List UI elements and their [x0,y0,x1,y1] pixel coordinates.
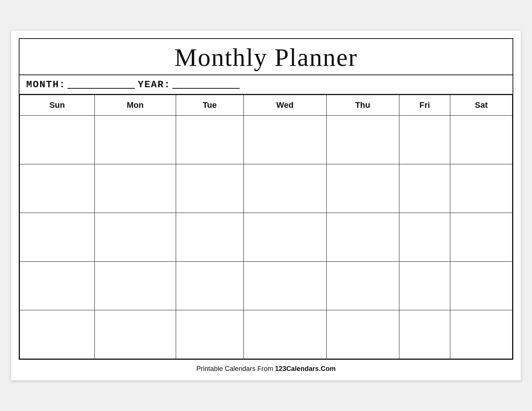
calendar-cell[interactable] [244,262,326,310]
footer: Printable Calendars From 123Calendars.Co… [19,365,513,373]
calendar-cell[interactable] [20,116,95,164]
footer-prefix: Printable Calendars From [196,365,275,372]
calendar-cell[interactable] [399,116,450,164]
month-year-row: MONTH: YEAR: [19,75,513,95]
calendar-cell[interactable] [176,213,244,262]
calendar-header-row: SunMonTueWedThuFriSat [20,95,513,116]
calendar-cell[interactable] [450,116,513,164]
footer-brand: 123Calendars.Com [275,365,336,372]
planner-container: Monthly Planner MONTH: YEAR: SunMonTueWe… [19,38,513,360]
calendar-cell[interactable] [326,262,399,310]
calendar-cell[interactable] [94,310,176,359]
calendar-cell[interactable] [244,310,326,359]
calendar-day-header-tue: Tue [176,95,244,116]
calendar-row [20,213,513,262]
calendar-cell[interactable] [176,310,244,359]
title-row: Monthly Planner [19,39,513,75]
calendar-cell[interactable] [450,164,513,213]
calendar-cell[interactable] [20,310,95,359]
year-label: YEAR: [138,79,171,90]
page-wrapper: Monthly Planner MONTH: YEAR: SunMonTueWe… [11,31,521,380]
calendar-cell[interactable] [450,213,513,262]
calendar-cell[interactable] [176,262,244,310]
calendar-cell[interactable] [244,116,326,164]
calendar-day-header-mon: Mon [94,95,176,116]
calendar-cell[interactable] [399,262,450,310]
calendar-cell[interactable] [326,164,399,213]
calendar-row [20,164,513,213]
calendar-cell[interactable] [94,164,176,213]
calendar-cell[interactable] [326,116,399,164]
calendar-cell[interactable] [94,116,176,164]
calendar-row [20,116,513,164]
calendar-day-header-thu: Thu [326,95,399,116]
calendar-cell[interactable] [94,262,176,310]
calendar-cell[interactable] [326,213,399,262]
calendar-cell[interactable] [450,262,513,310]
calendar-cell[interactable] [20,262,95,310]
calendar-day-header-wed: Wed [244,95,326,116]
calendar-cell[interactable] [20,164,95,213]
page-title: Monthly Planner [175,43,358,71]
calendar-cell[interactable] [399,164,450,213]
month-label: MONTH: [26,79,66,90]
calendar-cell[interactable] [399,310,450,359]
calendar-day-header-sun: Sun [20,95,95,116]
calendar-cell[interactable] [399,213,450,262]
calendar-cell[interactable] [244,164,326,213]
year-input-line [172,80,240,89]
calendar-cell[interactable] [326,310,399,359]
calendar-cell[interactable] [20,213,95,262]
calendar-day-header-sat: Sat [450,95,513,116]
calendar-cell[interactable] [244,213,326,262]
calendar-cell[interactable] [176,116,244,164]
calendar-cell[interactable] [450,310,513,359]
calendar-cell[interactable] [176,164,244,213]
calendar-table: SunMonTueWedThuFriSat [19,95,513,359]
calendar-day-header-fri: Fri [399,95,450,116]
calendar-row [20,310,513,359]
month-input-line [67,80,135,89]
calendar-row [20,262,513,310]
calendar-cell[interactable] [94,213,176,262]
